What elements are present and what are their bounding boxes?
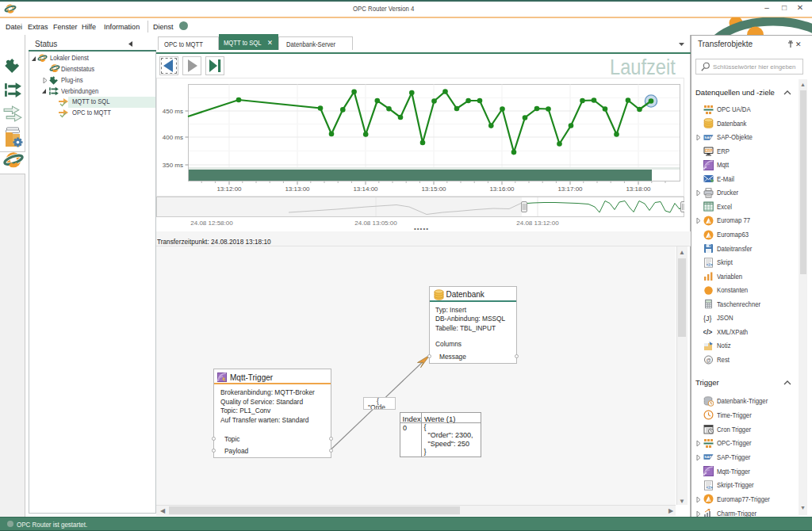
svg-text:SAP: SAP	[704, 136, 711, 139]
svg-text:{J}: {J}	[703, 315, 712, 323]
svg-text:ERP: ERP	[705, 149, 712, 153]
svg-text:</>: </>	[706, 262, 713, 267]
svg-text:</>: </>	[706, 485, 713, 490]
svg-text:@: @	[706, 357, 711, 363]
svg-text:SAP: SAP	[704, 455, 711, 459]
svg-text:</>: </>	[703, 328, 712, 336]
